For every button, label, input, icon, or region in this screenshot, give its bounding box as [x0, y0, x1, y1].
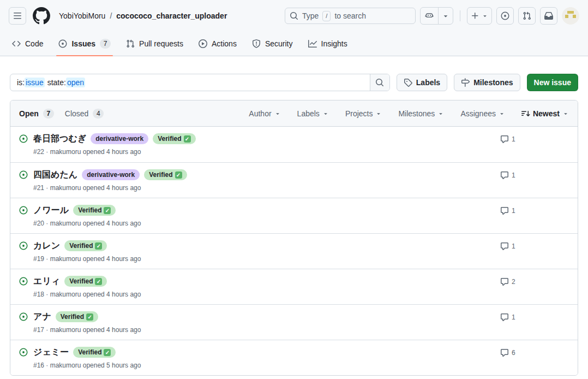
issue-label-verified[interactable]: Verified — [64, 240, 107, 251]
issue-row[interactable]: カレン Verified #19 · makumoru opened 4 hou… — [10, 233, 578, 269]
issue-comments-link[interactable]: 1 — [500, 171, 515, 180]
new-issue-button[interactable]: New issue — [527, 74, 578, 91]
tab-pull-requests[interactable]: Pull requests — [118, 32, 191, 56]
labels-button[interactable]: Labels — [397, 74, 447, 91]
open-issue-icon — [19, 134, 28, 143]
issue-row[interactable]: エリィ Verified #18 · makumoru opened 4 hou… — [10, 269, 578, 304]
chevron-down-icon — [499, 110, 505, 117]
breadcrumb-repo-link[interactable]: cocococo_character_uploader — [116, 11, 227, 20]
milestones-button[interactable]: Milestones — [454, 74, 520, 91]
github-logo[interactable] — [33, 7, 50, 25]
issue-title-link[interactable]: エリィ — [33, 275, 60, 287]
issue-title-link[interactable]: ノワール — [33, 204, 69, 216]
issue-row[interactable]: アナ Verified #17 · makumoru opened 4 hour… — [10, 304, 578, 340]
labels-dropdown[interactable]: Labels — [297, 109, 329, 118]
issue-row-side: 1 — [500, 204, 569, 227]
open-label: Open — [19, 109, 39, 118]
issue-meta: #16 · makumoru opened 5 hours ago — [33, 361, 500, 370]
milestones-dropdown[interactable]: Milestones — [398, 109, 444, 118]
issue-row-side: 1 — [500, 311, 569, 334]
closed-issues-filter[interactable]: Closed 4 — [65, 109, 104, 119]
issue-title-link[interactable]: 春日部つむぎ — [33, 133, 86, 145]
search-icon — [290, 11, 298, 20]
issue-comments-link[interactable]: 6 — [500, 348, 515, 357]
label-text: Verified — [158, 133, 181, 144]
breadcrumb: YobiYobiMoru / cocococo_character_upload… — [59, 11, 227, 20]
chevron-down-icon — [322, 110, 329, 117]
chevron-down-icon — [437, 110, 444, 117]
search-placeholder-prefix: Type — [302, 11, 319, 20]
open-issues-filter[interactable]: Open 7 — [19, 109, 54, 119]
copilot-dropdown-button[interactable] — [438, 8, 453, 24]
app-header: YobiYobiMoru / cocococo_character_upload… — [0, 0, 588, 32]
issue-meta: #18 · makumoru opened 4 hours ago — [33, 290, 500, 299]
tab-issues[interactable]: Issues 7 — [51, 32, 118, 56]
issues-filter-input[interactable]: is:issuestate:open — [10, 74, 370, 91]
open-issue-icon — [19, 312, 28, 321]
issue-row[interactable]: ジェミー Verified #16 · makumoru opened 5 ho… — [10, 340, 578, 375]
tab-security[interactable]: Security — [244, 32, 301, 56]
issue-label-derivative-work[interactable]: derivative-work — [91, 133, 148, 144]
query-token-highlighted: open — [66, 78, 85, 87]
search-placeholder-suffix: to search — [334, 11, 366, 20]
issue-label-verified[interactable]: Verified — [73, 205, 116, 216]
tab-issues-label: Issues — [71, 39, 95, 48]
play-icon — [199, 39, 207, 48]
tab-insights[interactable]: Insights — [301, 32, 355, 56]
issue-title-link[interactable]: カレン — [33, 240, 60, 252]
labels-dropdown-label: Labels — [297, 109, 320, 118]
tab-actions[interactable]: Actions — [191, 32, 244, 56]
issue-comments-link[interactable]: 2 — [500, 277, 515, 286]
issue-row-side: 6 — [500, 346, 569, 369]
issue-label-derivative-work[interactable]: derivative-work — [82, 169, 140, 180]
sort-dropdown[interactable]: Newest — [521, 109, 569, 118]
issue-row-side: 1 — [500, 240, 569, 263]
hamburger-menu-button[interactable] — [9, 7, 26, 25]
issue-comments-link[interactable]: 1 — [500, 242, 515, 251]
tab-security-label: Security — [265, 39, 293, 48]
issue-label-verified[interactable]: Verified — [64, 276, 107, 287]
open-issue-icon — [19, 241, 28, 250]
your-pull-requests-button[interactable] — [518, 7, 536, 25]
issue-label-verified[interactable]: Verified — [144, 169, 187, 180]
issue-row[interactable]: 四国めたん derivative-work Verified #21 · mak… — [10, 162, 578, 198]
issues-page-main: is:issuestate:open Labels Milestones New… — [0, 56, 588, 376]
issue-comments-link[interactable]: 1 — [500, 313, 515, 322]
issue-title-link[interactable]: ジェミー — [33, 346, 69, 358]
assignees-dropdown[interactable]: Assignees — [460, 109, 505, 118]
issue-title-link[interactable]: アナ — [33, 311, 51, 323]
tab-code[interactable]: Code — [4, 32, 51, 56]
author-dropdown[interactable]: Author — [249, 109, 280, 118]
issue-label-verified[interactable]: Verified — [73, 347, 116, 358]
issue-comments-link[interactable]: 1 — [500, 135, 515, 144]
your-issues-button[interactable] — [496, 7, 514, 25]
open-issue-icon — [19, 206, 28, 215]
new-issue-button-label: New issue — [534, 78, 571, 87]
issue-label-verified[interactable]: Verified — [153, 133, 195, 144]
chevron-down-icon — [442, 12, 449, 20]
issue-meta: #22 · makumoru opened 4 hours ago — [33, 147, 500, 156]
issue-row[interactable]: ノワール Verified #20 · makumoru opened 4 ho… — [10, 198, 578, 233]
issue-row-side: 1 — [500, 169, 569, 192]
create-new-button[interactable] — [467, 7, 492, 25]
global-search-input[interactable]: Type / to search — [285, 8, 416, 24]
label-text: Verified — [149, 169, 172, 180]
breadcrumb-owner-link[interactable]: YobiYobiMoru — [59, 11, 105, 20]
issue-meta: #17 · makumoru opened 4 hours ago — [33, 325, 500, 334]
issue-row[interactable]: 春日部つむぎ derivative-work Verified #22 · ma… — [10, 127, 578, 162]
inbox-button[interactable] — [540, 7, 557, 25]
copilot-button[interactable] — [421, 8, 438, 24]
filter-search-button[interactable] — [370, 74, 389, 91]
plus-icon — [471, 11, 479, 20]
user-avatar[interactable] — [562, 7, 579, 25]
tab-actions-label: Actions — [212, 39, 237, 48]
query-token-highlighted: issue — [25, 78, 45, 87]
issue-comments-link[interactable]: 1 — [500, 206, 515, 215]
breadcrumb-separator: / — [110, 11, 112, 20]
repo-nav: Code Issues 7 Pull requests Actions Secu… — [0, 32, 588, 56]
issue-title-link[interactable]: 四国めたん — [33, 169, 77, 181]
projects-dropdown[interactable]: Projects — [345, 109, 382, 118]
open-count-badge: 7 — [43, 109, 54, 119]
slash-key-hint: / — [322, 11, 331, 21]
issue-label-verified[interactable]: Verified — [56, 311, 98, 322]
